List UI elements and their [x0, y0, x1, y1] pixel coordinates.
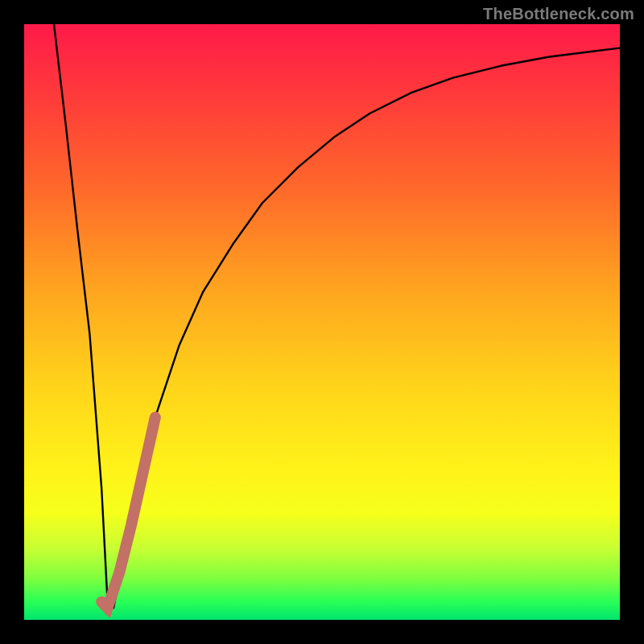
chart-frame: TheBottleneck.com — [0, 0, 644, 644]
watermark-text: TheBottleneck.com — [483, 5, 634, 23]
plot-area — [24, 24, 620, 620]
bottleneck-curve — [54, 24, 620, 608]
highlight-segment — [101, 417, 155, 608]
curve-layer — [24, 24, 620, 620]
